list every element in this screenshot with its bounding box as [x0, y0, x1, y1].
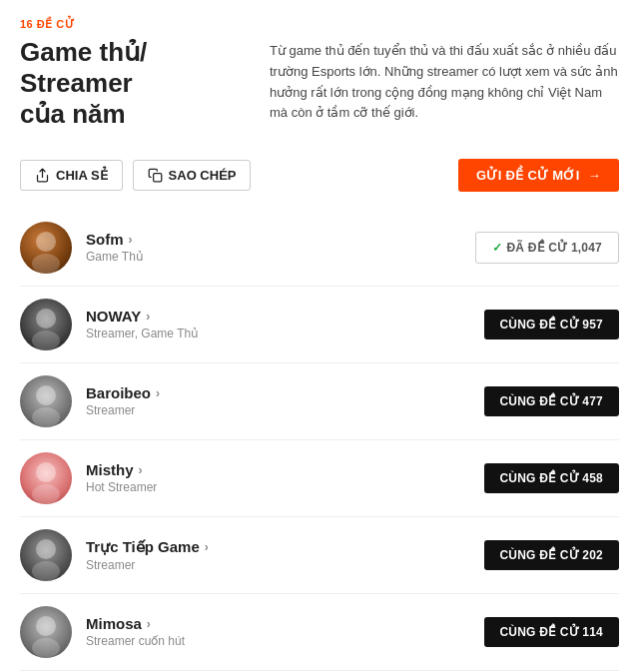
candidate-subtitle: Streamer [86, 403, 470, 417]
candidate-info: Trực Tiếp Game›Streamer [86, 538, 470, 572]
candidate-name[interactable]: Misthy› [86, 461, 470, 478]
avatar-image [20, 606, 72, 658]
avatar-image [20, 529, 72, 581]
candidate-subtitle: Game Thủ [86, 250, 461, 264]
vote-button[interactable]: CÙNG ĐỀ CỬ 957 [484, 310, 620, 339]
svg-point-10 [36, 539, 56, 559]
chevron-right-icon: › [156, 386, 160, 400]
svg-rect-1 [153, 173, 161, 181]
page-title: Game thủ/ Streamercủa năm [20, 37, 250, 131]
svg-point-3 [32, 254, 60, 274]
vote-button[interactable]: CÙNG ĐỀ CỬ 114 [484, 617, 620, 647]
svg-point-7 [32, 407, 60, 427]
chevron-right-icon: › [129, 233, 133, 247]
candidate-row: Sofm›Game Thủ✓ĐÃ ĐỀ CỬ 1,047 [20, 210, 619, 287]
page-description: Từ game thủ đến tuyển thủ và thi đấu xuấ… [270, 37, 619, 124]
candidate-name[interactable]: Baroibeo› [86, 384, 470, 401]
vote-button[interactable]: CÙNG ĐỀ CỬ 477 [484, 386, 620, 416]
candidate-row: Misthy›Hot StreamerCÙNG ĐỀ CỬ 458 [20, 440, 619, 517]
svg-point-13 [32, 638, 60, 658]
candidate-subtitle: Streamer, Game Thủ [86, 327, 470, 340]
avatar-image [20, 452, 72, 504]
candidate-info: Misthy›Hot Streamer [86, 461, 470, 494]
copy-icon [148, 168, 163, 183]
candidate-info: Mimosa›Streamer cuốn hút [86, 615, 470, 648]
candidate-name[interactable]: Trực Tiếp Game› [86, 538, 470, 556]
arrow-right-icon: → [588, 168, 601, 183]
svg-point-11 [32, 561, 60, 581]
action-bar: CHIA SẺ SAO CHÉP GỬI ĐỀ CỬ MỚI → [20, 159, 619, 192]
candidate-info: Baroibeo›Streamer [86, 384, 470, 417]
candidate-row: Baroibeo›StreamerCÙNG ĐỀ CỬ 477 [20, 363, 619, 440]
avatar [20, 606, 72, 658]
candidate-row: Mimosa›Streamer cuốn hútCÙNG ĐỀ CỬ 114 [20, 594, 619, 671]
vote-button[interactable]: ✓ĐÃ ĐỀ CỬ 1,047 [475, 232, 619, 264]
candidate-info: Sofm›Game Thủ [86, 231, 461, 264]
avatar [20, 529, 72, 581]
candidate-name[interactable]: Sofm› [86, 231, 461, 248]
candidate-row: NOWAY›Streamer, Game ThủCÙNG ĐỀ CỬ 957 [20, 287, 619, 363]
candidate-name[interactable]: NOWAY› [86, 308, 470, 325]
candidate-name[interactable]: Mimosa› [86, 615, 470, 632]
chevron-right-icon: › [146, 310, 150, 324]
avatar-image [20, 299, 72, 350]
submit-nomination-button[interactable]: GỬI ĐỀ CỬ MỚI → [458, 159, 619, 192]
avatar [20, 452, 72, 504]
share-button[interactable]: CHIA SẺ [20, 160, 123, 191]
svg-point-6 [36, 385, 56, 405]
svg-point-2 [36, 232, 56, 252]
svg-point-12 [36, 616, 56, 636]
avatar [20, 299, 72, 350]
check-icon: ✓ [492, 241, 502, 255]
avatar [20, 222, 72, 274]
candidate-info: NOWAY›Streamer, Game Thủ [86, 308, 470, 340]
svg-point-8 [36, 462, 56, 482]
candidate-row: Trực Tiếp Game›StreamerCÙNG ĐỀ CỬ 202 [20, 517, 619, 594]
avatar [20, 375, 72, 427]
svg-point-4 [36, 309, 56, 329]
candidate-subtitle: Hot Streamer [86, 480, 470, 494]
share-icon [35, 168, 50, 183]
candidate-list: Sofm›Game Thủ✓ĐÃ ĐỀ CỬ 1,047 NOWAY›Strea… [20, 210, 619, 672]
candidate-subtitle: Streamer [86, 558, 470, 572]
vote-button[interactable]: CÙNG ĐỀ CỬ 202 [484, 540, 620, 570]
chevron-right-icon: › [205, 540, 209, 554]
chevron-right-icon: › [147, 617, 151, 631]
copy-button[interactable]: SAO CHÉP [133, 160, 252, 191]
avatar-image [20, 375, 72, 427]
vote-button[interactable]: CÙNG ĐỀ CỬ 458 [484, 463, 620, 493]
svg-point-9 [32, 484, 60, 504]
candidate-subtitle: Streamer cuốn hút [86, 634, 470, 648]
svg-point-5 [32, 331, 60, 350]
chevron-right-icon: › [139, 463, 143, 477]
category-label: 16 ĐỀ CỬ [20, 18, 619, 31]
avatar-image [20, 222, 72, 274]
